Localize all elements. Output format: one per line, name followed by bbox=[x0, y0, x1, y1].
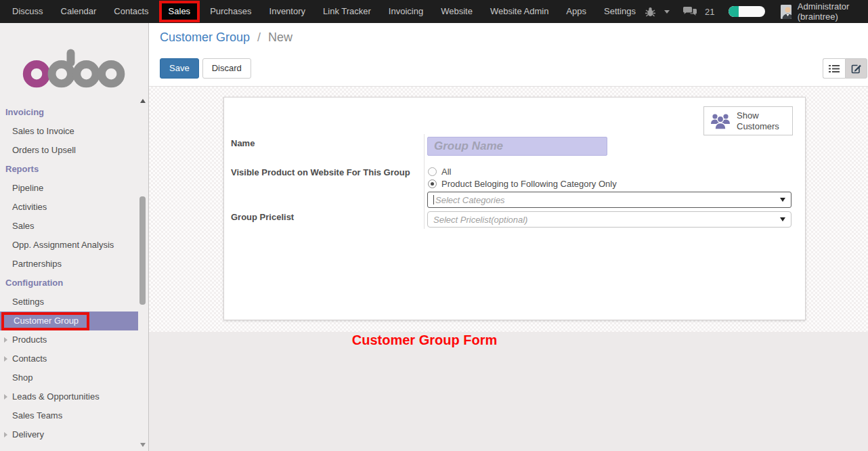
list-view-icon bbox=[829, 64, 840, 73]
sidebar-item-label: Leads & Opportunities bbox=[12, 391, 100, 402]
visible-product-field-label: Visible Product on Website For This Grou… bbox=[231, 167, 410, 177]
expand-arrow-icon bbox=[4, 337, 7, 343]
debug-bug-icon[interactable] bbox=[645, 7, 656, 17]
sidebar-item-products[interactable]: Products bbox=[0, 330, 148, 349]
sidebar-item-shop[interactable]: Shop bbox=[0, 368, 148, 387]
sidebar-item-customer-group[interactable]: Customer Group bbox=[0, 312, 138, 330]
breadcrumb-current: New bbox=[268, 30, 292, 44]
expand-arrow-icon bbox=[4, 356, 7, 362]
select-categories-placeholder: Select Categories bbox=[435, 195, 505, 205]
radio-option-all[interactable]: All bbox=[428, 167, 451, 177]
nav-item-website-admin[interactable]: Website Admin bbox=[481, 0, 557, 23]
sidebar-item-settings[interactable]: Settings bbox=[0, 293, 148, 312]
sidebar-item-orders-to-upsell[interactable]: Orders to Upsell bbox=[0, 141, 148, 160]
select-categories-dropdown[interactable]: Select Categories bbox=[427, 192, 791, 208]
dropdown-caret-icon bbox=[780, 198, 785, 202]
name-field-label: Name bbox=[231, 138, 255, 148]
nav-item-inventory[interactable]: Inventory bbox=[261, 0, 314, 23]
save-button[interactable]: Save bbox=[160, 58, 199, 79]
sidebar-item-sales-to-invoice[interactable]: Sales to Invoice bbox=[0, 122, 148, 141]
radio-checked-icon[interactable] bbox=[428, 179, 437, 188]
scroll-up-arrow-icon[interactable] bbox=[140, 99, 146, 103]
list-view-button[interactable] bbox=[823, 58, 845, 79]
user-avatar[interactable] bbox=[781, 5, 791, 19]
nav-item-settings[interactable]: Settings bbox=[595, 0, 645, 23]
progress-pill[interactable] bbox=[729, 6, 765, 17]
expand-arrow-icon bbox=[4, 432, 7, 437]
debug-caret-down-icon[interactable] bbox=[664, 10, 670, 14]
sidebar-item-activities[interactable]: Activities bbox=[0, 198, 148, 217]
form-column-divider bbox=[424, 134, 425, 229]
group-name-input[interactable] bbox=[427, 137, 607, 156]
page-footer-area: Customer Group Form bbox=[149, 332, 868, 451]
group-pricelist-field-label: Group Pricelist bbox=[231, 212, 294, 222]
messages-icon[interactable] bbox=[682, 6, 697, 17]
breadcrumb: Customer Group / New bbox=[160, 30, 292, 45]
sidebar-item-label: Products bbox=[12, 335, 47, 345]
message-count-badge[interactable]: 21 bbox=[705, 7, 714, 17]
select-pricelist-dropdown[interactable]: Select Pricelist(optional) bbox=[427, 211, 791, 228]
top-navbar: Discuss Calendar Contacts Sales Purchase… bbox=[0, 0, 868, 23]
text-cursor bbox=[433, 195, 434, 205]
radio-option-category-only[interactable]: Product Beloging to Following Category O… bbox=[428, 179, 617, 189]
sidebar-item-partnerships[interactable]: Partnerships bbox=[0, 255, 148, 274]
odoo-logo bbox=[0, 23, 148, 103]
sidebar-item-sales[interactable]: Sales bbox=[0, 217, 148, 236]
annotation-red-box: Customer Group bbox=[1, 312, 89, 330]
form-sheet-background: Show Customers Name Visible Product on W… bbox=[149, 87, 868, 332]
sidebar-header-reports: Reports bbox=[0, 160, 148, 179]
nav-item-sales[interactable]: Sales bbox=[159, 1, 200, 22]
dropdown-caret-icon bbox=[780, 217, 785, 221]
breadcrumb-parent-link[interactable]: Customer Group bbox=[160, 30, 250, 44]
control-panel: Customer Group / New Save Discard bbox=[149, 23, 868, 87]
sidebar-header-configuration: Configuration bbox=[0, 274, 148, 293]
nav-item-calendar[interactable]: Calendar bbox=[52, 0, 106, 23]
nav-item-purchases[interactable]: Purchases bbox=[201, 0, 260, 23]
sidebar-item-label: Delivery bbox=[12, 429, 44, 439]
select-pricelist-placeholder: Select Pricelist(optional) bbox=[433, 215, 527, 225]
sidebar-scrollbar[interactable] bbox=[138, 96, 148, 451]
sidebar-item-label: Contacts bbox=[12, 353, 47, 364]
nav-item-invoicing[interactable]: Invoicing bbox=[380, 0, 432, 23]
sidebar-item-contacts[interactable]: Contacts bbox=[0, 349, 148, 368]
sidebar: Invoicing Sales to Invoice Orders to Ups… bbox=[0, 23, 149, 451]
form-view-icon bbox=[851, 63, 862, 74]
annotation-caption: Customer Group Form bbox=[149, 332, 700, 348]
user-menu[interactable]: Administrator (braintree) bbox=[798, 1, 867, 22]
nav-item-link-tracker[interactable]: Link Tracker bbox=[314, 0, 380, 23]
customers-group-icon bbox=[710, 112, 731, 130]
nav-item-apps[interactable]: Apps bbox=[557, 0, 595, 23]
sidebar-item-pipeline[interactable]: Pipeline bbox=[0, 179, 148, 198]
breadcrumb-separator: / bbox=[253, 30, 265, 44]
radio-all-label: All bbox=[441, 167, 451, 177]
form-view-button[interactable] bbox=[845, 58, 867, 79]
nav-item-contacts[interactable]: Contacts bbox=[105, 0, 157, 23]
discard-button[interactable]: Discard bbox=[202, 58, 251, 79]
expand-arrow-icon bbox=[4, 394, 7, 400]
progress-pill-fill bbox=[729, 6, 739, 17]
show-customers-button[interactable]: Show Customers bbox=[703, 106, 793, 135]
sidebar-menu: Invoicing Sales to Invoice Orders to Ups… bbox=[0, 103, 148, 444]
view-switcher bbox=[823, 58, 867, 79]
main-content: Customer Group / New Save Discard bbox=[149, 23, 868, 451]
sidebar-header-invoicing: Invoicing bbox=[0, 103, 148, 122]
nav-item-website[interactable]: Website bbox=[432, 0, 481, 23]
sidebar-item-leads-opportunities[interactable]: Leads & Opportunities bbox=[0, 387, 148, 406]
nav-item-discuss[interactable]: Discuss bbox=[3, 0, 52, 23]
sidebar-item-opp-assignment-analysis[interactable]: Opp. Assignment Analysis bbox=[0, 236, 148, 255]
scrollbar-thumb[interactable] bbox=[139, 196, 146, 305]
radio-unchecked-icon[interactable] bbox=[428, 167, 437, 176]
radio-category-label: Product Beloging to Following Category O… bbox=[441, 179, 617, 189]
navbar-right-cluster: 21 Administrator (braintree) bbox=[645, 1, 868, 22]
form-card: Show Customers Name Visible Product on W… bbox=[223, 97, 806, 320]
toolbar-buttons: Save Discard bbox=[160, 58, 251, 79]
sidebar-item-delivery[interactable]: Delivery bbox=[0, 425, 148, 444]
scroll-down-arrow-icon[interactable] bbox=[140, 443, 146, 447]
show-customers-label: Show Customers bbox=[737, 110, 784, 132]
sidebar-item-sales-teams[interactable]: Sales Teams bbox=[0, 406, 148, 425]
